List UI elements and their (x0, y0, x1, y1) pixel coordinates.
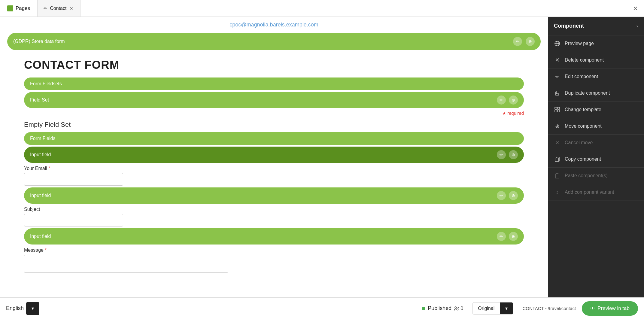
input-field-1-move-button[interactable]: ⊕ (509, 150, 518, 159)
email-header: cpoc@magnolia.barels.example.com (0, 17, 548, 30)
duplicate-component-label: Duplicate component (565, 90, 610, 96)
gdpr-edit-button[interactable]: ✏ (513, 37, 522, 46)
input-field-2-edit-button[interactable]: ✏ (497, 191, 506, 200)
move-icon: ⊕ (512, 152, 515, 157)
panel-menu: Preview page ✕ Delete component ✏ Edit c… (548, 35, 644, 297)
svg-rect-5 (555, 107, 557, 109)
svg-rect-10 (555, 174, 559, 178)
copy-component-item[interactable]: Copy component (548, 151, 644, 168)
gdpr-label: (GDPR) Store data form (13, 39, 509, 44)
edit-component-item[interactable]: ✏ Edit component (548, 68, 644, 85)
original-selector: Original ▾ (472, 302, 513, 314)
form-fields-section: Form Fields Input field ✏ ⊕ Your Em (24, 132, 524, 274)
delete-component-icon: ✕ (554, 57, 560, 63)
input-field-group-3: Input field ✏ ⊕ Message* (24, 228, 524, 274)
duplicate-component-icon (554, 90, 560, 96)
move-component-item[interactable]: ⊕ Move component (548, 118, 644, 135)
input-field-bar-2[interactable]: Input field ✏ ⊕ (24, 187, 524, 204)
move-icon: ⊕ (512, 193, 515, 198)
contact-form-title: CONTACT FORM (24, 59, 524, 71)
input-field-bar-3[interactable]: Input field ✏ ⊕ (24, 228, 524, 245)
field-set-edit-button[interactable]: ✏ (497, 96, 506, 105)
pages-icon (7, 5, 13, 11)
move-icon: ⊕ (528, 39, 532, 44)
cancel-move-label: Cancel move (565, 140, 593, 145)
pages-label: Pages (16, 5, 30, 11)
message-field-label: Message* (24, 248, 524, 253)
panel-expand-icon[interactable]: › (636, 23, 638, 29)
published-count: 0 (454, 306, 463, 311)
edit-icon: ✏ (500, 152, 503, 157)
delete-component-label: Delete component (565, 57, 604, 63)
move-component-label: Move component (565, 123, 602, 129)
change-template-item[interactable]: Change template (548, 102, 644, 118)
language-dropdown-button[interactable]: ▾ (26, 302, 39, 315)
panel-title: Component (554, 23, 584, 29)
edit-icon: ✏ (500, 234, 503, 239)
topbar-close-button[interactable]: ✕ (627, 5, 644, 12)
input-field-bar-1[interactable]: Input field ✏ ⊕ (24, 147, 524, 163)
published-dot (422, 307, 425, 310)
form-fields-bar[interactable]: Form Fields (24, 132, 524, 145)
move-component-icon: ⊕ (554, 123, 560, 129)
duplicate-component-item[interactable]: Duplicate component (548, 85, 644, 102)
input-field-1-edit-button[interactable]: ✏ (497, 150, 506, 159)
people-icon (454, 306, 459, 311)
empty-fieldset-title: Empty Field Set (24, 121, 524, 129)
field-set-label: Field Set (30, 97, 494, 103)
input-field-3-move-button[interactable]: ⊕ (509, 232, 518, 241)
preview-page-icon (554, 40, 560, 47)
required-asterisk: ★ (502, 111, 506, 116)
required-label: ★ required (24, 111, 524, 116)
page-content: CONTACT FORM Form Fieldsets Field Set ✏ … (0, 53, 548, 282)
subject-field-label: Subject (24, 207, 524, 212)
svg-point-12 (457, 307, 459, 308)
input-field-2-move-button[interactable]: ⊕ (509, 191, 518, 200)
contact-tab-label: Contact (50, 6, 66, 11)
original-dropdown-button[interactable]: ▾ (500, 302, 513, 314)
input-field-group-2: Input field ✏ ⊕ Subject (24, 187, 524, 226)
change-template-label: Change template (565, 107, 601, 112)
preview-page-label: Preview page (565, 41, 594, 46)
message-textarea[interactable] (24, 255, 228, 273)
email-field-label: Your Email* (24, 166, 524, 171)
input-field-label-1: Input field (30, 152, 494, 157)
add-variant-icon: ↕ (554, 189, 560, 196)
change-template-icon (554, 106, 560, 113)
add-variant-label: Add component variant (565, 190, 614, 195)
cancel-move-icon: ✕ (554, 139, 560, 146)
field-set-move-button[interactable]: ⊕ (509, 96, 518, 105)
edit-component-label: Edit component (565, 74, 598, 79)
form-fieldsets-bar[interactable]: Form Fieldsets (24, 77, 524, 90)
original-label: Original (472, 303, 500, 314)
pages-tab[interactable]: Pages (0, 0, 38, 17)
input-field-3-edit-button[interactable]: ✏ (497, 232, 506, 241)
original-dropdown-icon: ▾ (505, 305, 508, 311)
contact-tab[interactable]: ✏ Contact ✕ (38, 0, 80, 17)
delete-component-item[interactable]: ✕ Delete component (548, 52, 644, 68)
paste-component-icon (554, 172, 560, 179)
add-variant-item: ↕ Add component variant (548, 184, 644, 201)
language-selector[interactable]: English (6, 305, 24, 311)
subject-input[interactable] (24, 214, 123, 226)
published-label: Published (428, 305, 451, 311)
form-fields-label: Form Fields (30, 136, 518, 141)
preview-btn-label: Preview in tab (597, 305, 630, 311)
page-path-label: CONTACT - /travel/contact (522, 306, 576, 311)
published-status: Published 0 (422, 305, 463, 311)
gdpr-move-button[interactable]: ⊕ (526, 37, 535, 46)
email-input[interactable] (24, 173, 123, 186)
lang-dropdown-icon: ▾ (32, 305, 34, 311)
top-bar: Pages ✏ Contact ✕ ✕ (0, 0, 644, 17)
close-tab-icon[interactable]: ✕ (69, 6, 74, 11)
content-area: cpoc@magnolia.barels.example.com (GDPR) … (0, 17, 548, 297)
field-set-bar[interactable]: Field Set ✏ ⊕ (24, 92, 524, 108)
gdpr-bar[interactable]: (GDPR) Store data form ✏ ⊕ (7, 33, 541, 50)
preview-page-item[interactable]: Preview page (548, 35, 644, 52)
paste-component-label: Paste component(s) (565, 173, 608, 178)
preview-in-tab-button[interactable]: 👁 Preview in tab (582, 301, 638, 316)
paste-component-item: Paste component(s) (548, 168, 644, 184)
form-fieldsets-label: Form Fieldsets (30, 81, 518, 87)
email-required-asterisk: * (48, 166, 50, 171)
bottom-bar: English ▾ Published 0 Original ▾ CONTACT… (0, 297, 644, 319)
